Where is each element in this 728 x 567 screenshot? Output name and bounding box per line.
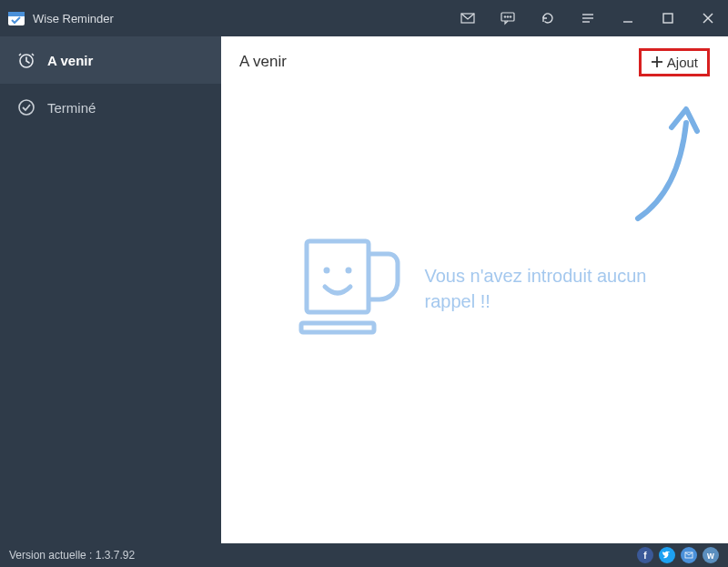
- footer: Version actuelle : 1.3.7.92 f w: [0, 543, 728, 567]
- svg-point-6: [510, 16, 511, 18]
- svg-rect-1: [8, 12, 25, 16]
- app-title: Wise Reminder: [33, 12, 448, 25]
- empty-message: Vous n'avez introduit aucun rappel !!: [425, 263, 662, 314]
- titlebar: Wise Reminder: [0, 0, 728, 36]
- clock-icon: [16, 50, 36, 70]
- svg-rect-18: [307, 241, 369, 312]
- feedback-icon[interactable]: [488, 0, 528, 36]
- title-controls: [448, 0, 728, 36]
- check-circle-icon: [16, 97, 36, 117]
- page-title: A venir: [239, 53, 287, 71]
- svg-point-4: [504, 16, 506, 18]
- svg-point-20: [345, 267, 351, 273]
- refresh-icon[interactable]: [528, 0, 568, 36]
- svg-point-5: [507, 16, 509, 18]
- add-button[interactable]: Ajout: [639, 48, 710, 76]
- facebook-icon[interactable]: f: [637, 547, 653, 563]
- svg-point-15: [19, 100, 34, 115]
- sidebar-item-done[interactable]: Terminé: [0, 84, 221, 131]
- sidebar: A venir Terminé: [0, 36, 221, 543]
- maximize-button[interactable]: [648, 0, 688, 36]
- add-button-label: Ajout: [667, 55, 698, 70]
- main-header: A venir Ajout: [221, 36, 728, 87]
- mug-icon: [288, 232, 407, 345]
- app-logo-icon: [7, 9, 25, 27]
- main-panel: A venir Ajout Vous n'avez introduit: [221, 36, 728, 543]
- wise-social-icon[interactable]: w: [703, 547, 719, 563]
- social-links: f w: [637, 547, 719, 563]
- svg-point-19: [323, 267, 329, 273]
- svg-rect-21: [301, 323, 374, 332]
- svg-rect-11: [663, 14, 672, 23]
- close-button[interactable]: [688, 0, 728, 36]
- version-label: Version actuelle : 1.3.7.92: [9, 549, 135, 562]
- menu-icon[interactable]: [568, 0, 608, 36]
- sidebar-item-label: Terminé: [47, 100, 96, 116]
- twitter-icon[interactable]: [659, 547, 675, 563]
- mail-social-icon[interactable]: [681, 547, 697, 563]
- arrow-hint-icon: [624, 100, 706, 231]
- sidebar-item-label: A venir: [47, 53, 93, 68]
- mail-icon[interactable]: [448, 0, 488, 36]
- minimize-button[interactable]: [608, 0, 648, 36]
- plus-icon: [651, 56, 663, 68]
- app-body: A venir Terminé A venir Ajout: [0, 36, 728, 543]
- sidebar-item-upcoming[interactable]: A venir: [0, 36, 221, 84]
